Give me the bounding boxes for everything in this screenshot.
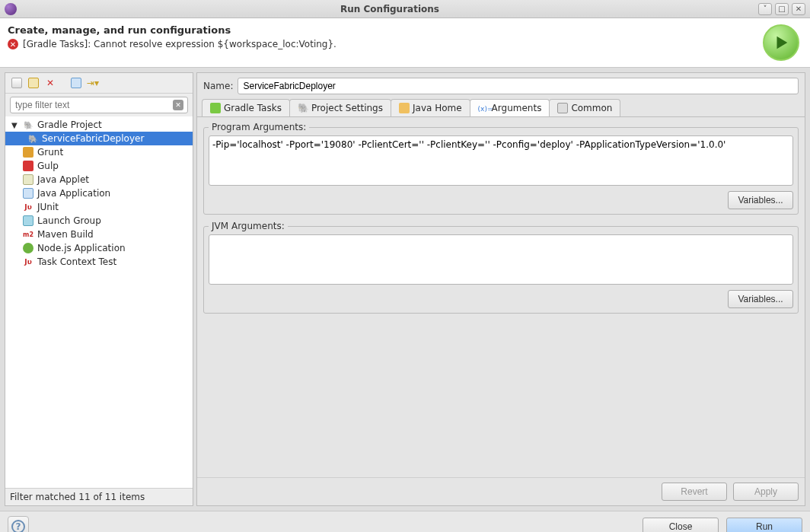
jvm-arguments-legend: JVM Arguments:	[209, 221, 288, 231]
gradle-tasks-icon	[210, 103, 221, 113]
expander-icon[interactable]: ▼	[11, 121, 19, 129]
task-test-icon: Jυ	[22, 256, 34, 268]
tree-item-gradle-project[interactable]: ▼ 🐘 Gradle Project	[5, 118, 193, 132]
tab-label: Arguments	[492, 103, 542, 113]
tab-label: Gradle Tasks	[224, 103, 282, 113]
page-title: Create, manage, and run configurations	[8, 24, 757, 36]
window-buttons: ˅ □ ✕	[758, 3, 805, 15]
filter-input[interactable]	[10, 97, 188, 113]
help-button[interactable]: ?	[8, 516, 29, 532]
app-icon	[5, 3, 17, 15]
maven-icon: m2	[22, 228, 34, 241]
program-arguments-input[interactable]	[209, 135, 793, 186]
minimize-button[interactable]: ˅	[758, 3, 772, 15]
tab-label: Project Settings	[311, 103, 383, 113]
tabstrip: Gradle Tasks 🐘Project Settings Java Home…	[197, 99, 805, 117]
tree-item-maven-build[interactable]: m2Maven Build	[5, 228, 193, 241]
gradle-icon: 🐘	[27, 132, 39, 145]
gradle-icon: 🐘	[22, 119, 34, 131]
error-icon: ✕	[8, 39, 18, 49]
jvm-arguments-group: JVM Arguments: Variables...	[203, 221, 799, 314]
tree-item-java-applet[interactable]: Java Applet	[5, 173, 193, 186]
revert-button[interactable]: Revert	[662, 483, 727, 501]
tree-label: ServiceFabricDeployer	[42, 133, 144, 144]
svg-marker-0	[777, 37, 788, 49]
tree-item-grunt[interactable]: Grunt	[5, 145, 193, 159]
tree-label: Launch Group	[37, 215, 101, 226]
clear-filter-button[interactable]: ✕	[173, 100, 183, 110]
new-config-button[interactable]	[10, 76, 24, 90]
maximize-button[interactable]: □	[775, 3, 789, 15]
tab-common[interactable]: Common	[549, 99, 620, 116]
gulp-icon	[22, 160, 34, 172]
delete-config-button[interactable]: ✕	[43, 76, 57, 90]
footer: ? Close Run	[0, 511, 810, 532]
program-arguments-legend: Program Arguments:	[209, 122, 309, 132]
tab-label: Common	[571, 103, 612, 113]
tree-label: Java Application	[37, 188, 110, 199]
tree-label: Maven Build	[37, 229, 94, 240]
close-window-button[interactable]: ✕	[792, 3, 805, 15]
collapse-all-button[interactable]	[69, 76, 83, 90]
project-settings-icon: 🐘	[298, 103, 308, 113]
run-indicator-icon	[763, 24, 799, 61]
window-title: Run Configurations	[21, 4, 758, 14]
tab-project-settings[interactable]: 🐘Project Settings	[289, 99, 391, 116]
tree-item-servicefabricdeployer[interactable]: 🐘 ServiceFabricDeployer	[5, 132, 193, 145]
name-label: Name:	[203, 81, 233, 91]
java-home-icon	[399, 103, 410, 113]
filter-status: Filter matched 11 of 11 items	[5, 488, 193, 505]
tree-item-launch-group[interactable]: Launch Group	[5, 214, 193, 228]
apply-button[interactable]: Apply	[733, 483, 799, 501]
java-app-icon	[22, 187, 34, 199]
name-row: Name:	[197, 73, 805, 99]
tree-label: Gulp	[37, 161, 59, 171]
arguments-icon: (x)=	[478, 103, 489, 113]
program-arguments-group: Program Arguments: Variables...	[203, 122, 799, 215]
tree-label: Gradle Project	[37, 119, 102, 130]
close-button[interactable]: Close	[643, 518, 719, 532]
junit-icon: Jυ	[22, 201, 34, 213]
program-variables-button[interactable]: Variables...	[728, 191, 793, 209]
tree-label: Grunt	[37, 147, 63, 158]
nodejs-icon	[22, 242, 34, 254]
config-toolbar: ✕ ⇥▾	[5, 73, 193, 94]
tab-label: Java Home	[413, 103, 462, 113]
tree-item-task-context-test[interactable]: JυTask Context Test	[5, 255, 193, 269]
tab-arguments[interactable]: (x)=Arguments	[470, 99, 550, 116]
tree-label: Task Context Test	[37, 256, 116, 267]
tree-label: JUnit	[37, 202, 59, 212]
config-actions: Revert Apply	[197, 477, 805, 505]
tree-label: Node.js Application	[37, 243, 126, 253]
tree-label: Java Applet	[37, 174, 89, 185]
tree-item-java-application[interactable]: Java Application	[5, 186, 193, 200]
right-panel: Name: Gradle Tasks 🐘Project Settings Jav…	[196, 72, 805, 506]
filter-menu-button[interactable]: ⇥▾	[86, 76, 100, 90]
launch-group-icon	[22, 215, 34, 227]
jvm-arguments-input[interactable]	[209, 234, 793, 285]
header: Create, manage, and run configurations ✕…	[0, 18, 810, 68]
config-tree[interactable]: ▼ 🐘 Gradle Project 🐘 ServiceFabricDeploy…	[5, 116, 193, 488]
grunt-icon	[22, 146, 34, 158]
name-input[interactable]	[238, 78, 799, 94]
run-button[interactable]: Run	[726, 518, 802, 532]
filter-box: ✕	[10, 97, 188, 113]
tree-item-junit[interactable]: JυJUnit	[5, 200, 193, 214]
help-icon: ?	[11, 520, 25, 532]
tab-java-home[interactable]: Java Home	[391, 99, 470, 116]
titlebar: Run Configurations ˅ □ ✕	[0, 0, 810, 18]
common-icon	[557, 103, 568, 113]
java-applet-icon	[22, 174, 34, 186]
tree-item-nodejs[interactable]: Node.js Application	[5, 241, 193, 255]
duplicate-config-button[interactable]	[27, 76, 40, 90]
tab-gradle-tasks[interactable]: Gradle Tasks	[202, 99, 290, 116]
tree-item-gulp[interactable]: Gulp	[5, 159, 193, 173]
jvm-variables-button[interactable]: Variables...	[728, 290, 793, 308]
left-panel: ✕ ⇥▾ ✕ ▼ 🐘 Gradle Project 🐘 ServiceFabri…	[5, 72, 193, 506]
tab-arguments-content: Program Arguments: Variables... JVM Argu…	[197, 117, 805, 477]
error-message: [Gradle Tasks]: Cannot resolve expressio…	[23, 39, 336, 49]
